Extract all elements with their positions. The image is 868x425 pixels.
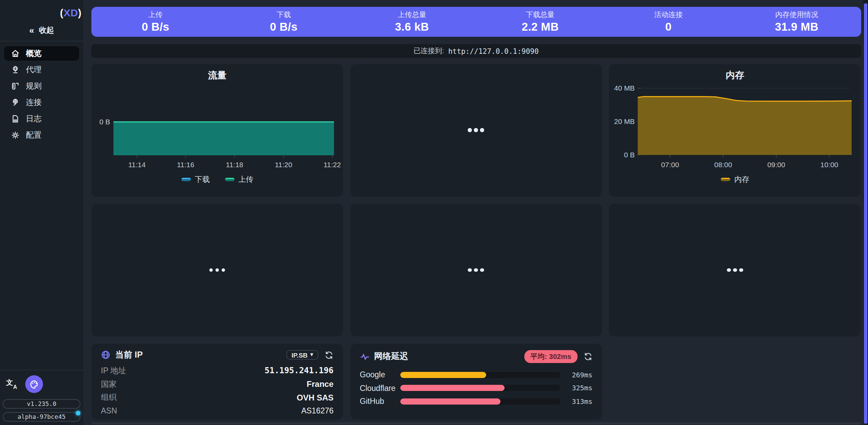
refresh-ip-button[interactable] bbox=[325, 350, 333, 359]
legend-item-下载[interactable]: 下载 bbox=[181, 174, 210, 184]
connection-prefix: 已连接到: bbox=[414, 46, 444, 56]
sidebar-item-connections[interactable]: 连接 bbox=[4, 95, 79, 110]
latency-bar-fill bbox=[400, 398, 500, 405]
sidebar-item-label: 配置 bbox=[26, 130, 42, 140]
legend-swatch bbox=[181, 177, 191, 181]
loading-chart-card bbox=[350, 64, 602, 196]
dashboard-grid: 流量 0 B11:1411:1611:1811:2011:22 下载上传 内存 … bbox=[91, 64, 861, 420]
svg-text:07:00: 07:00 bbox=[661, 160, 679, 168]
latency-row-github[interactable]: GitHub313ms bbox=[360, 395, 592, 408]
palette-icon bbox=[29, 379, 39, 389]
latency-bar-fill bbox=[400, 372, 486, 378]
ip-row-value: OVH SAS bbox=[297, 393, 333, 402]
ip-row-value: AS16276 bbox=[301, 407, 334, 415]
header-stat: 上传0 B/s bbox=[91, 10, 220, 33]
legend-label: 内存 bbox=[734, 174, 749, 184]
stat-value: 31.9 MB bbox=[775, 20, 819, 33]
sidebar-item-rules[interactable]: 规则 bbox=[4, 79, 79, 93]
latency-value: 269ms bbox=[565, 371, 593, 379]
ip-info-row: 国家France bbox=[101, 377, 333, 391]
latency-row-cloudflare[interactable]: Cloudflare325ms bbox=[360, 381, 592, 395]
pulse-icon bbox=[360, 352, 369, 361]
sidebar-item-label: 日志 bbox=[26, 114, 42, 124]
refresh-latency-button[interactable] bbox=[584, 352, 593, 361]
latency-bar-track bbox=[400, 385, 560, 391]
sidebar-item-proxies[interactable]: 代理 bbox=[4, 63, 79, 77]
svg-text:09:00: 09:00 bbox=[767, 160, 785, 168]
legend-label: 上传 bbox=[238, 174, 253, 184]
sidebar-item-home[interactable]: 概览 bbox=[4, 46, 79, 61]
logo-brand: METACUBE bbox=[2, 6, 60, 18]
loading-dots bbox=[468, 128, 484, 132]
theme-palette-button[interactable] bbox=[25, 375, 43, 393]
memory-chart-card: 内存 0 B20 MB40 MB07:0008:0009:0010:00 内存 bbox=[609, 64, 861, 196]
latency-rows: Google269msCloudflare325msGitHub313ms bbox=[360, 368, 592, 408]
refresh-icon bbox=[325, 350, 333, 359]
ip-card-title: 当前 IP bbox=[115, 349, 143, 361]
stat-label: 上传总量 bbox=[398, 10, 426, 20]
legend-item-上传[interactable]: 上传 bbox=[225, 174, 253, 184]
header-stat: 下载总量2.2 MB bbox=[476, 10, 604, 33]
average-latency-badge: 平均: 302ms bbox=[524, 350, 577, 363]
build-badge: alpha-97bce45 bbox=[3, 412, 80, 422]
version-badge: v1.235.0 bbox=[3, 399, 80, 409]
sidebar: METACUBE(XD) « 收起 概览代理规则连接日志配置 文A bbox=[0, 0, 83, 425]
ip-row-value: 51.195.241.196 bbox=[265, 366, 333, 376]
latency-bar-track bbox=[400, 398, 560, 405]
memory-chart-legend: 内存 bbox=[609, 174, 861, 184]
latency-card-title: 网络延迟 bbox=[374, 351, 408, 362]
home-icon bbox=[11, 49, 20, 58]
ip-info-rows: IP 地址51.195.241.196国家France组织OVH SASASNA… bbox=[101, 364, 333, 418]
stat-label: 内存使用情况 bbox=[775, 10, 818, 20]
loading-dots bbox=[468, 268, 484, 272]
ip-info-row: IP 地址51.195.241.196 bbox=[101, 364, 333, 377]
horizontal-scrollbar[interactable] bbox=[91, 422, 861, 424]
connections-icon bbox=[11, 98, 20, 107]
collapse-sidebar-button[interactable]: « 收起 bbox=[7, 24, 76, 36]
proxies-icon bbox=[11, 65, 20, 74]
svg-text:0 B: 0 B bbox=[624, 151, 635, 158]
header-stat: 活动连接0 bbox=[604, 10, 733, 33]
svg-text:11:14: 11:14 bbox=[128, 160, 146, 168]
legend-item-内存[interactable]: 内存 bbox=[721, 174, 749, 184]
stats-header-bar: 上传0 B/s下载0 B/s上传总量3.6 kB下载总量2.2 MB活动连接0内… bbox=[91, 7, 861, 37]
stat-value: 3.6 kB bbox=[395, 20, 429, 33]
current-ip-card: 当前 IP IP.SB ▾ IP bbox=[91, 344, 343, 420]
stat-value: 0 B/s bbox=[270, 20, 298, 33]
refresh-icon bbox=[584, 352, 593, 361]
latency-site-name: Google bbox=[360, 371, 395, 379]
app-logo: METACUBE(XD) bbox=[0, 1, 83, 23]
connection-status-bar: 已连接到: http://127.0.0.1:9090 bbox=[91, 44, 861, 58]
svg-text:11:22: 11:22 bbox=[324, 160, 341, 168]
latency-value: 325ms bbox=[565, 384, 593, 392]
svg-text:11:16: 11:16 bbox=[177, 160, 194, 168]
latency-value: 313ms bbox=[565, 398, 593, 405]
logo-paren-close: ) bbox=[78, 6, 81, 18]
sidebar-item-settings[interactable]: 配置 bbox=[4, 128, 79, 142]
ip-info-row: 组织OVH SAS bbox=[101, 391, 333, 404]
logo-paren-open: ( bbox=[60, 6, 63, 18]
sidebar-item-logs[interactable]: 日志 bbox=[4, 112, 79, 126]
sidebar-item-label: 概览 bbox=[26, 48, 42, 59]
ip-provider-dropdown[interactable]: IP.SB ▾ bbox=[286, 350, 318, 360]
stat-label: 下载总量 bbox=[526, 10, 555, 20]
svg-text:40 MB: 40 MB bbox=[614, 84, 635, 92]
chevron-down-icon: ▾ bbox=[310, 352, 313, 358]
latency-row-google[interactable]: Google269ms bbox=[360, 368, 592, 381]
svg-text:20 MB: 20 MB bbox=[614, 117, 635, 125]
sidebar-footer: 文A bbox=[0, 371, 83, 397]
logs-icon bbox=[11, 114, 20, 123]
metacubexd-app: METACUBE(XD) « 收起 概览代理规则连接日志配置 文A bbox=[0, 0, 868, 425]
update-notification-dot bbox=[76, 411, 80, 415]
language-icon[interactable]: 文A bbox=[6, 379, 17, 390]
legend-label: 下载 bbox=[195, 174, 210, 184]
sidebar-item-label: 连接 bbox=[26, 97, 42, 108]
main-content: 上传0 B/s下载0 B/s上传总量3.6 kB下载总量2.2 MB活动连接0内… bbox=[83, 0, 868, 425]
vertical-scrollbar[interactable] bbox=[863, 0, 868, 425]
svg-text:11:20: 11:20 bbox=[275, 160, 292, 168]
settings-icon bbox=[11, 131, 20, 140]
svg-text:10:00: 10:00 bbox=[821, 160, 838, 168]
latency-site-name: Cloudflare bbox=[360, 384, 395, 392]
loading-dots bbox=[209, 268, 225, 272]
scrollbar-thumb[interactable] bbox=[864, 3, 867, 424]
